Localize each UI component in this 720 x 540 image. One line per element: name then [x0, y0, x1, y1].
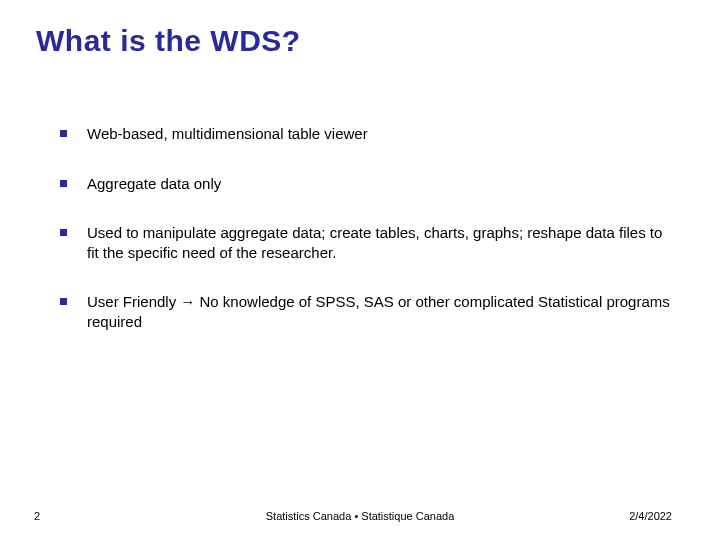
- bullet-list: Web-based, multidimensional table viewer…: [60, 124, 670, 361]
- page-number: 2: [34, 510, 40, 522]
- list-item: Aggregate data only: [60, 174, 670, 194]
- bullet-icon: [60, 229, 67, 236]
- bullet-text: User Friendly → No knowledge of SPSS, SA…: [87, 292, 670, 331]
- list-item: Used to manipulate aggregate data; creat…: [60, 223, 670, 262]
- bullet-text: Used to manipulate aggregate data; creat…: [87, 223, 670, 262]
- bullet-icon: [60, 130, 67, 137]
- bullet-icon: [60, 298, 67, 305]
- footer: 2 Statistics Canada • Statistique Canada…: [0, 510, 720, 522]
- list-item: Web-based, multidimensional table viewer: [60, 124, 670, 144]
- bullet-icon: [60, 180, 67, 187]
- bullet-text: Web-based, multidimensional table viewer: [87, 124, 670, 144]
- footer-date: 2/4/2022: [629, 510, 672, 522]
- list-item: User Friendly → No knowledge of SPSS, SA…: [60, 292, 670, 331]
- footer-center-text: Statistics Canada • Statistique Canada: [266, 510, 455, 522]
- slide-title: What is the WDS?: [36, 24, 301, 58]
- bullet-text: Aggregate data only: [87, 174, 670, 194]
